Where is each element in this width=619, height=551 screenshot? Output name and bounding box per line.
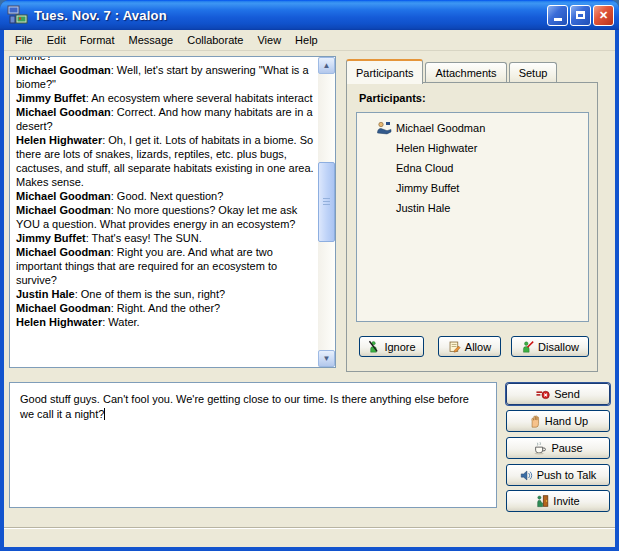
menu-view[interactable]: View	[250, 32, 288, 48]
message-input[interactable]: Good stuff guys. Can't fool you. We're g…	[9, 382, 497, 508]
allow-note-icon	[448, 340, 461, 353]
chat-transcript[interactable]: biome?Michael Goodman: Well, let's start…	[10, 57, 318, 367]
menu-collaborate[interactable]: Collaborate	[180, 32, 250, 48]
tab-participants[interactable]: Participants	[346, 59, 423, 84]
chat-message: Jimmy Buffet: An ecosystem where several…	[16, 91, 314, 105]
pause-label: Pause	[551, 442, 582, 454]
chat-message: Michael Goodman: Good. Next question?	[16, 189, 314, 203]
participants-label: Participants:	[359, 92, 426, 104]
scrollbar-thumb[interactable]	[318, 162, 335, 242]
window-title: Tues. Nov. 7 : Avalon	[34, 8, 167, 23]
text-caret	[104, 408, 105, 420]
participant-icon-placeholder	[375, 181, 392, 195]
invite-button[interactable]: Invite	[506, 490, 610, 512]
chat-message: Helen Highwater: Oh, I get it. Lots of h…	[16, 133, 314, 189]
scroll-down-button[interactable]: ▼	[318, 350, 335, 367]
allow-label: Allow	[465, 341, 491, 353]
participant-name: Jimmy Buffet	[396, 182, 459, 194]
hand-icon	[528, 415, 541, 428]
menu-bar: FileEditFormatMessageCollaborateViewHelp	[4, 30, 615, 51]
menu-format[interactable]: Format	[73, 32, 122, 48]
send-label: Send	[554, 388, 580, 400]
scroll-up-button[interactable]: ▲	[318, 57, 335, 74]
scrollbar-track[interactable]	[318, 74, 335, 350]
chat-message: Michael Goodman: Correct. And how many h…	[16, 105, 314, 133]
hand-up-label: Hand Up	[545, 415, 588, 427]
participants-panel: Participants: Michael GoodmanHelen Highw…	[346, 82, 598, 372]
send-icon	[536, 388, 550, 401]
close-button[interactable]: ✕	[593, 5, 614, 26]
app-icon	[7, 4, 29, 26]
allow-button[interactable]: Allow	[438, 336, 501, 357]
ignore-button[interactable]: Ignore	[359, 336, 424, 357]
right-panel-tabs: ParticipantsAttachmentsSetup	[346, 60, 557, 83]
message-text: Good stuff guys. Can't fool you. We're g…	[20, 393, 469, 420]
chat-message: Michael Goodman: No more questions? Okay…	[16, 203, 314, 231]
participant-icon-placeholder	[375, 201, 392, 215]
chat-message: Helen Highwater: Water.	[16, 315, 314, 329]
app-window: Tues. Nov. 7 : Avalon ✕ FileEditFormatMe…	[0, 0, 619, 551]
invite-door-icon	[536, 494, 549, 508]
participant-row[interactable]: Justin Hale	[357, 198, 588, 218]
push-to-talk-button[interactable]: Push to Talk	[506, 464, 610, 486]
hand-up-button[interactable]: Hand Up	[506, 410, 610, 432]
tab-setup[interactable]: Setup	[509, 62, 558, 83]
maximize-button[interactable]	[570, 5, 591, 26]
coffee-cup-icon	[533, 441, 547, 455]
scrollbar-grip-icon	[323, 198, 330, 206]
participant-icon-placeholder	[375, 141, 392, 155]
send-button[interactable]: Send	[506, 383, 610, 405]
participant-name: Michael Goodman	[396, 122, 485, 134]
disallow-label: Disallow	[538, 341, 579, 353]
chat-message: Michael Goodman: Well, let's start by an…	[16, 63, 314, 91]
transcript-scrollbar: ▲ ▼	[318, 57, 335, 367]
participant-name: Edna Cloud	[396, 162, 454, 174]
participant-row[interactable]: Jimmy Buffet	[357, 178, 588, 198]
status-bar	[4, 529, 615, 547]
menu-edit[interactable]: Edit	[40, 32, 73, 48]
chat-message: Michael Goodman: Right you are. And what…	[16, 245, 314, 287]
presenter-icon	[375, 121, 392, 135]
participant-row[interactable]: Helen Highwater	[357, 138, 588, 158]
invite-label: Invite	[553, 495, 579, 507]
disallow-button[interactable]: Disallow	[511, 336, 589, 357]
ignore-label: Ignore	[384, 341, 415, 353]
client-area: FileEditFormatMessageCollaborateViewHelp…	[4, 30, 615, 547]
window-controls: ✕	[547, 5, 614, 26]
push-to-talk-label: Push to Talk	[537, 469, 597, 481]
pause-button[interactable]: Pause	[506, 437, 610, 459]
speaker-icon	[520, 469, 533, 482]
titlebar: Tues. Nov. 7 : Avalon ✕	[0, 0, 619, 30]
minimize-icon	[554, 18, 562, 21]
tab-attachments[interactable]: Attachments	[425, 62, 506, 83]
participant-name: Helen Highwater	[396, 142, 477, 154]
chat-message: Michael Goodman: Right. And the other?	[16, 301, 314, 315]
participant-row[interactable]: Michael Goodman	[357, 118, 588, 138]
participant-icon-placeholder	[375, 161, 392, 175]
minimize-button[interactable]	[547, 5, 568, 26]
ignore-person-icon	[367, 340, 380, 353]
participants-list[interactable]: Michael GoodmanHelen HighwaterEdna Cloud…	[356, 112, 589, 322]
menu-message[interactable]: Message	[122, 32, 181, 48]
menu-help[interactable]: Help	[288, 32, 325, 48]
chat-message: Justin Hale: One of them is the sun, rig…	[16, 287, 314, 301]
chat-message: Jimmy Buffet: That's easy! The SUN.	[16, 231, 314, 245]
disallow-person-icon	[521, 340, 534, 353]
participant-name: Justin Hale	[396, 202, 450, 214]
chat-transcript-box: biome?Michael Goodman: Well, let's start…	[9, 56, 336, 368]
menu-file[interactable]: File	[8, 32, 40, 48]
participant-row[interactable]: Edna Cloud	[357, 158, 588, 178]
maximize-icon	[576, 11, 585, 19]
